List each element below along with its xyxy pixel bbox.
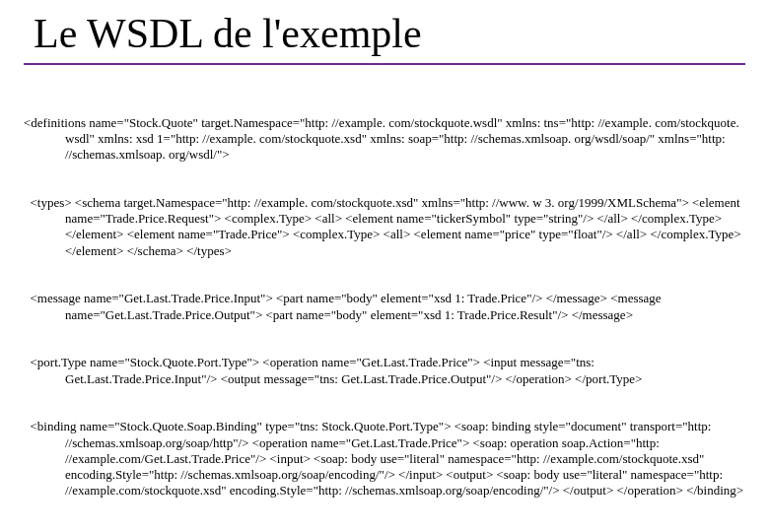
title-underline <box>24 63 745 65</box>
slide-title: Le WSDL de l'exemple <box>34 10 745 57</box>
code-line: <port.Type name="Stock.Quote.Port.Type">… <box>24 355 745 387</box>
code-block: <definitions name="Stock.Quote" target.N… <box>24 83 745 532</box>
slide: Le WSDL de l'exemple <definitions name="… <box>0 0 769 532</box>
code-line: <types> <schema target.Namespace="http: … <box>24 195 745 259</box>
code-line: <message name="Get.Last.Trade.Price.Inpu… <box>24 291 745 323</box>
code-line: <binding name="Stock.Quote.Soap.Binding"… <box>24 419 745 499</box>
code-line: <definitions name="Stock.Quote" target.N… <box>24 115 745 164</box>
